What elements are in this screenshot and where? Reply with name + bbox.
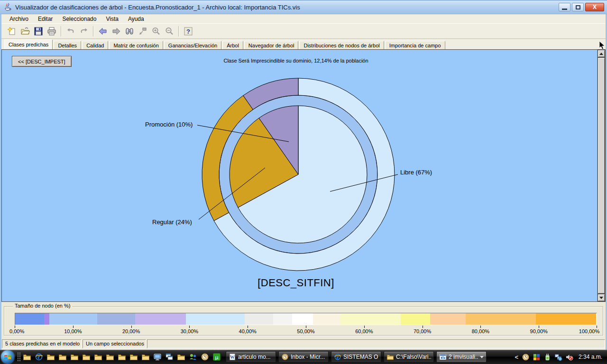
taskbar-button-folder[interactable]: C:\Falso\Vari...	[384, 351, 434, 363]
gradient-band	[313, 313, 340, 325]
menu-vista[interactable]: Vista	[101, 15, 122, 23]
tick-label: 40,00%	[239, 328, 257, 334]
new-button[interactable]	[5, 25, 18, 37]
segment-label-regular: Regular (24%)	[152, 218, 192, 226]
folder-icon[interactable]	[82, 353, 91, 361]
task-buttons: Warticulo mo...Inbox - Micr...eSISTEMAS …	[226, 351, 489, 363]
gradient-band	[401, 313, 431, 325]
gradient-band	[292, 313, 313, 325]
tab-navegador-de-árbol[interactable]: Navegador de árbol	[244, 41, 299, 49]
gradient-band	[245, 313, 273, 325]
svg-text:W: W	[230, 355, 235, 360]
folder-icon[interactable]	[70, 353, 79, 361]
tray-chevron[interactable]: <	[515, 354, 518, 361]
vertical-scrollbar[interactable]	[597, 50, 605, 301]
taskbar-button-outlook[interactable]: Inbox - Micr...	[278, 351, 329, 363]
taskbar-button-ie[interactable]: eSISTEMAS O...	[331, 351, 381, 363]
power-icon[interactable]	[543, 353, 552, 361]
taskbar-button-label: C:\Falso\Vari...	[396, 354, 431, 360]
scroll-down-button[interactable]	[598, 294, 605, 301]
toolbar-separator	[93, 26, 94, 36]
status-classes-count: 5 clases predichas en el modelo	[2, 339, 82, 348]
taskbar-button-word[interactable]: Warticulo mo...	[226, 351, 276, 363]
quicklaunch-drag-handle[interactable]	[17, 352, 21, 362]
help-button[interactable]: ?	[182, 25, 195, 37]
find-icon	[125, 27, 134, 36]
folder-icon[interactable]	[46, 353, 55, 361]
tick-mark	[73, 326, 74, 328]
tick-mark	[364, 326, 365, 328]
msn-icon[interactable]	[533, 353, 541, 361]
start-button[interactable]	[1, 350, 14, 364]
undo-button[interactable]	[64, 25, 77, 37]
tick-label: 70,00%	[414, 328, 431, 334]
folder-icon[interactable]	[23, 353, 31, 361]
gradient-band	[466, 313, 536, 325]
folder-icon[interactable]	[118, 353, 126, 361]
display-icon[interactable]	[153, 353, 162, 361]
taskbar-button-visualizer[interactable]: 2 imvisuali...	[436, 351, 487, 363]
zoom-region-button[interactable]	[136, 25, 149, 37]
close-button[interactable]: X	[585, 3, 604, 11]
folder-icon[interactable]	[58, 353, 67, 361]
tab-distribuciones-de-nodos-de-árbol[interactable]: Distribuciones de nodos de árbol	[299, 41, 384, 49]
tab-matriz-de-confusión[interactable]: Matriz de confusión	[109, 41, 163, 49]
forward-button[interactable]	[110, 25, 123, 37]
node-size-groupbox: Tamaño de nodo (en %) 0,00%10,00%20,00%3…	[4, 306, 603, 336]
back-button[interactable]	[96, 25, 110, 37]
mouse-cursor	[599, 41, 607, 50]
taskbar-button-label: SISTEMAS O...	[343, 354, 378, 360]
menu-editar[interactable]: Editar	[34, 15, 57, 23]
new-icon	[7, 27, 17, 36]
tab-árbol[interactable]: Árbol	[222, 41, 243, 49]
volume-muted-icon[interactable]	[565, 353, 573, 361]
minimize-button[interactable]	[559, 3, 570, 11]
tab-ganancias-elevación[interactable]: Ganancias/Elevación	[164, 41, 221, 49]
tab-detalles[interactable]: Detalles	[54, 41, 81, 49]
redo-button[interactable]	[77, 25, 91, 37]
folder-icon[interactable]	[94, 353, 102, 361]
tick-mark	[480, 326, 481, 328]
folder-icon[interactable]	[177, 353, 185, 361]
find-button[interactable]	[123, 25, 136, 37]
menu-seleccionado[interactable]: Seleccionado	[58, 15, 101, 23]
zoom-in-button[interactable]	[149, 25, 163, 37]
print-button[interactable]	[45, 25, 58, 37]
menu-ayuda[interactable]: Ayuda	[124, 15, 148, 23]
taskbar-clock[interactable]: 2:34 a.m.	[579, 354, 602, 360]
open-button[interactable]	[18, 25, 32, 37]
menu-archivo[interactable]: Archivo	[5, 15, 33, 23]
save-button[interactable]	[32, 25, 45, 37]
scrollbar-thumb[interactable]	[598, 57, 605, 294]
maximize-button[interactable]	[572, 3, 584, 11]
folder-icon[interactable]	[129, 353, 138, 361]
tab-calidad[interactable]: Calidad	[82, 41, 108, 49]
messenger-icon[interactable]	[189, 353, 197, 361]
toolbar-separator	[61, 26, 62, 36]
tick-label: 10,00%	[64, 328, 82, 334]
folder-icon[interactable]	[106, 353, 114, 361]
save-icon	[34, 27, 43, 36]
tab-importancia-de-campo[interactable]: Importancia de campo	[385, 41, 445, 49]
zoom-out-button[interactable]	[163, 25, 176, 37]
dropdown-caret-icon[interactable]	[480, 356, 484, 358]
ie-icon[interactable]: e	[35, 353, 43, 361]
zoom-out-icon	[165, 27, 174, 36]
tab-clases-predichas[interactable]: Clases predichas	[4, 39, 53, 49]
cascade-icon[interactable]	[165, 353, 174, 361]
utorrent-icon[interactable]: µ	[212, 353, 221, 361]
svg-text:e: e	[337, 355, 339, 360]
network-icon[interactable]	[554, 353, 562, 361]
toolbar: ?	[1, 23, 606, 39]
node-size-legend: Tamaño de nodo (en %)	[13, 303, 72, 309]
titlebar: Visualizador de clasificaciones de árbol…	[0, 0, 607, 14]
system-tray: < 2:34 a.m.	[515, 353, 607, 361]
status-selected-field: Un campo seleccionados	[83, 339, 146, 348]
folder-icon[interactable]	[141, 353, 150, 361]
scroll-up-button[interactable]	[598, 50, 605, 57]
outlook-icon[interactable]	[201, 353, 209, 361]
chart-axis-title: [DESC_SITFIN]	[2, 277, 590, 289]
gradient-band	[536, 313, 596, 325]
outlook-icon[interactable]	[522, 353, 530, 361]
outlook-icon	[281, 353, 289, 361]
